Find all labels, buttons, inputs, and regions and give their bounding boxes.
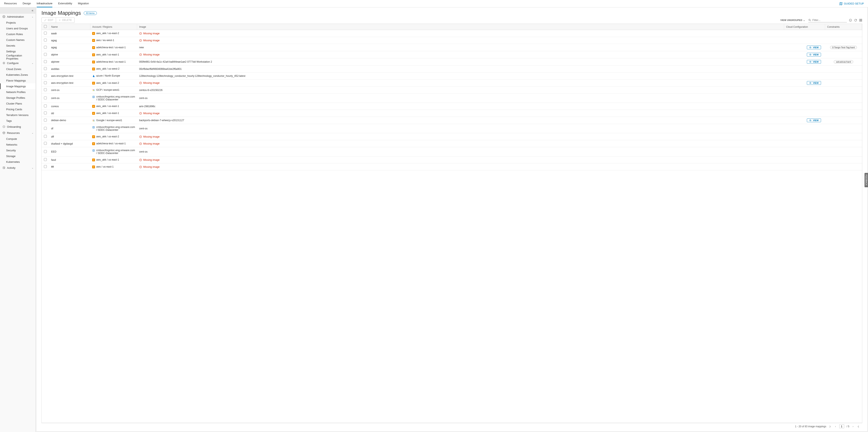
table-row[interactable]: aaabaws_akk / us-east-2Missing image [42, 30, 862, 37]
table-row[interactable]: EEDcmbuvcfmgmtvc.eng.vmware.com / SDDC-D… [42, 147, 862, 156]
row-checkbox[interactable] [44, 135, 47, 138]
table-row[interactable]: alpineeadelcheva-test / us-east-1000fe88… [42, 58, 862, 65]
sidebar-item-custom-names[interactable]: Custom Names [0, 37, 35, 43]
table-row[interactable]: alpineaws_akk / us-east-1Missing imageVI… [42, 51, 862, 58]
table-row[interactable]: fasdaws_akk / us-east-1Missing image [42, 156, 862, 164]
info-icon[interactable] [849, 19, 852, 22]
table-row[interactable]: cent-osGCP / europe-west1centos-6-v20150… [42, 87, 862, 94]
pager-prev-icon[interactable]: ‹ [834, 425, 837, 428]
tab-resources[interactable]: Resources [4, 0, 17, 7]
sidebar-item-image-mappings[interactable]: Image Mappings [0, 83, 35, 89]
sidebar-item-k8s-zones[interactable]: Kubernetes Zones [0, 72, 35, 78]
header-checkbox[interactable] [44, 25, 47, 28]
guided-setup-link[interactable]: GUIDED SETUP [839, 2, 864, 5]
sidebar-item-projects[interactable]: Projects [0, 20, 35, 25]
sidebar-item-settings[interactable]: Settings [0, 49, 35, 54]
table-row[interactable]: coreosaws_akk / us-east-1ami-2981896c [42, 103, 862, 110]
filter-input[interactable] [812, 18, 847, 22]
sidebar-group-administration[interactable]: Administration ⌄ [0, 13, 35, 20]
row-checkbox[interactable] [44, 32, 47, 34]
tab-design[interactable]: Design [23, 0, 31, 7]
sidebar-item-secrets[interactable]: Secrets [0, 43, 35, 49]
row-checkbox[interactable] [44, 88, 47, 91]
row-checkbox[interactable] [44, 112, 47, 114]
view-button[interactable]: VIEW [807, 46, 821, 49]
sidebar-item-users-groups[interactable]: Users and Groups [0, 25, 35, 31]
sidebar-item-kubernetes[interactable]: Kubernetes [0, 159, 35, 165]
sidebar-item-compute[interactable]: Compute [0, 136, 35, 142]
table-row[interactable]: ddaws_akk / us-east-1Missing image [42, 110, 862, 117]
row-checkbox[interactable] [44, 81, 47, 84]
sidebar-item-terraform-versions[interactable]: Terraform Versions [0, 112, 35, 118]
pager-page-input[interactable] [839, 424, 844, 428]
tab-extensibility[interactable]: Extensibility [58, 0, 72, 7]
sidebar-item-networks[interactable]: Networks [0, 142, 35, 147]
sidebar-item-security[interactable]: Security [0, 147, 35, 153]
tab-migration[interactable]: Migration [78, 0, 89, 7]
sidebar-item-custom-roles[interactable]: Custom Roles [0, 31, 35, 37]
sidebar-item-storage-profiles[interactable]: Storage Profiles [0, 95, 35, 100]
sidebar-collapse-icon[interactable]: « [32, 9, 33, 12]
sidebar-item-flavor-mappings[interactable]: Flavor Mappings [0, 78, 35, 83]
sidebar-item-pricing-cards[interactable]: Pricing Cards [0, 106, 35, 112]
account-text: aws_akk / us-east-2 [96, 82, 119, 84]
table-row[interactable]: asddasaws_akk / us-west-200cf6dacf6df460… [42, 65, 862, 73]
row-checkbox[interactable] [44, 96, 47, 99]
table-row[interactable]: debian-demoGoogle / europe-west1backport… [42, 117, 862, 124]
pager-next-icon[interactable]: › [852, 425, 854, 428]
col-name[interactable]: Name [49, 24, 90, 30]
table-row[interactable]: dffaws_akk / us-east-2Missing image [42, 133, 862, 140]
row-checkbox[interactable] [44, 150, 47, 153]
row-checkbox[interactable] [44, 119, 47, 121]
sidebar-item-storage[interactable]: Storage [0, 153, 35, 159]
refresh-icon[interactable] [854, 19, 857, 22]
sidebar-item-network-profiles[interactable]: Network Profiles [0, 89, 35, 95]
table-row[interactable]: dsafasd + dgdasgdadelcheva-test / us-eas… [42, 140, 862, 147]
view-button[interactable]: VIEW [807, 53, 821, 56]
grid-view-icon[interactable] [859, 19, 862, 22]
row-checkbox[interactable] [44, 67, 47, 70]
row-checkbox[interactable] [44, 158, 47, 161]
row-checkbox[interactable] [44, 38, 47, 41]
row-checkbox[interactable] [44, 60, 47, 63]
sidebar-group-onboarding[interactable]: Onboarding [0, 124, 35, 130]
view-ungrouped-toggle[interactable]: VIEW UNGROUPED ⌄ [780, 19, 805, 22]
sidebar-group-resources[interactable]: Resources ⌄ [0, 130, 35, 136]
sidebar-item-config-props[interactable]: Configuration Properties [0, 54, 35, 60]
table-row[interactable]: aws-encryption-testaws_akk / us-east-2Mi… [42, 80, 862, 87]
table-row[interactable]: dfcmbuvcfmgmtvc.eng.vmware.com / SDDC-Da… [42, 124, 862, 133]
edit-label: EDIT [48, 19, 53, 22]
table-row[interactable]: ffffaws / us-east-1Missing image [42, 164, 862, 170]
sidebar-group-activity[interactable]: Activity ⌄ [0, 165, 35, 171]
feedback-tab[interactable]: FEEDBACK [865, 173, 868, 187]
cell-name: df [49, 124, 90, 133]
pager-first-icon[interactable]: |‹ [829, 425, 832, 428]
row-checkbox[interactable] [44, 127, 47, 130]
sidebar-item-cluster-plans[interactable]: Cluster Plans [0, 100, 35, 106]
view-button[interactable]: VIEW [807, 60, 821, 64]
row-checkbox[interactable] [44, 142, 47, 145]
table-row[interactable]: agagaws / eu-west-1Missing image [42, 37, 862, 44]
sidebar-group-configure[interactable]: Configure ⌄ [0, 60, 35, 66]
col-cloud-config[interactable]: Cloud Configuration [784, 24, 825, 30]
row-checkbox[interactable] [44, 165, 47, 168]
view-button[interactable]: VIEW [807, 81, 821, 85]
pager-last-icon[interactable]: ›| [857, 425, 860, 428]
row-checkbox[interactable] [44, 46, 47, 49]
table-row[interactable]: aws-encryption-testazure / North Europe1… [42, 73, 862, 80]
sidebar-item-tags[interactable]: Tags [0, 118, 35, 124]
svg-point-16 [810, 47, 811, 48]
edit-button[interactable]: EDIT [41, 18, 56, 23]
sidebar-item-cloud-zones[interactable]: Cloud Zones [0, 66, 35, 72]
row-checkbox[interactable] [44, 105, 47, 107]
col-image[interactable]: Image [137, 24, 784, 30]
view-button[interactable]: VIEW [807, 118, 821, 122]
col-account[interactable]: Account / Regions [90, 24, 137, 30]
row-checkbox[interactable] [44, 53, 47, 56]
tab-infrastructure[interactable]: Infrastructure [37, 0, 53, 7]
table-row[interactable]: agagadelcheva-test / us-east-1newVIEW0:T… [42, 44, 862, 51]
table-row[interactable]: cent-oscmbuvcfmgmtvc.eng.vmware.com / SD… [42, 94, 862, 103]
delete-button[interactable]: DELETE [56, 18, 74, 23]
col-constraints[interactable]: Constraints [825, 24, 862, 30]
row-checkbox[interactable] [44, 74, 47, 77]
